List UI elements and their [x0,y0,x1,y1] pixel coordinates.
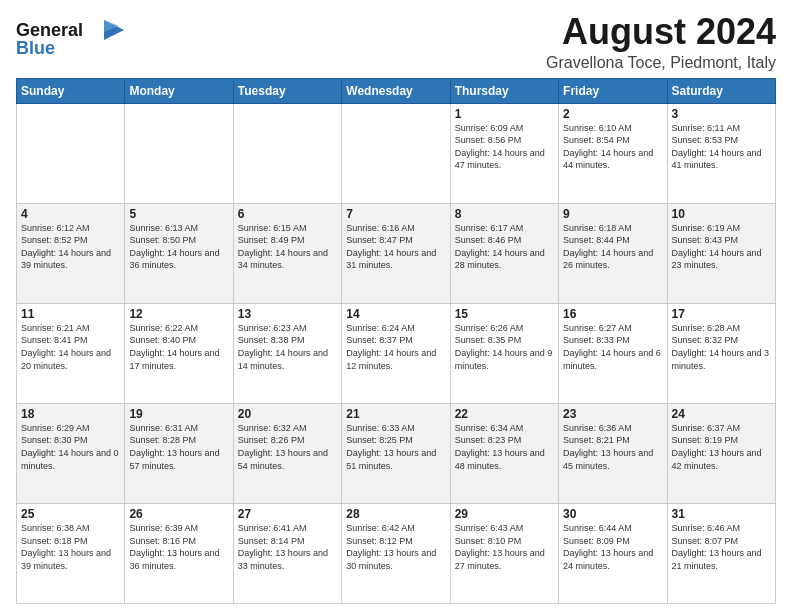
day-number: 30 [563,507,662,521]
calendar-cell: 6Sunrise: 6:15 AM Sunset: 8:49 PM Daylig… [233,203,341,303]
day-number: 29 [455,507,554,521]
calendar-cell: 1Sunrise: 6:09 AM Sunset: 8:56 PM Daylig… [450,103,558,203]
calendar-cell: 24Sunrise: 6:37 AM Sunset: 8:19 PM Dayli… [667,403,775,503]
calendar-cell: 9Sunrise: 6:18 AM Sunset: 8:44 PM Daylig… [559,203,667,303]
calendar-cell: 18Sunrise: 6:29 AM Sunset: 8:30 PM Dayli… [17,403,125,503]
col-sunday: Sunday [17,78,125,103]
calendar-cell: 3Sunrise: 6:11 AM Sunset: 8:53 PM Daylig… [667,103,775,203]
day-number: 31 [672,507,771,521]
col-wednesday: Wednesday [342,78,450,103]
calendar-cell: 28Sunrise: 6:42 AM Sunset: 8:12 PM Dayli… [342,503,450,603]
day-info: Sunrise: 6:32 AM Sunset: 8:26 PM Dayligh… [238,422,337,472]
calendar-cell [125,103,233,203]
day-number: 5 [129,207,228,221]
day-info: Sunrise: 6:38 AM Sunset: 8:18 PM Dayligh… [21,522,120,572]
day-number: 12 [129,307,228,321]
header: General Blue August 2024 Gravellona Toce… [16,12,776,72]
day-number: 27 [238,507,337,521]
day-number: 14 [346,307,445,321]
day-info: Sunrise: 6:34 AM Sunset: 8:23 PM Dayligh… [455,422,554,472]
day-number: 21 [346,407,445,421]
day-number: 19 [129,407,228,421]
day-info: Sunrise: 6:44 AM Sunset: 8:09 PM Dayligh… [563,522,662,572]
calendar-cell: 31Sunrise: 6:46 AM Sunset: 8:07 PM Dayli… [667,503,775,603]
day-number: 15 [455,307,554,321]
day-info: Sunrise: 6:17 AM Sunset: 8:46 PM Dayligh… [455,222,554,272]
calendar-cell: 7Sunrise: 6:16 AM Sunset: 8:47 PM Daylig… [342,203,450,303]
day-info: Sunrise: 6:28 AM Sunset: 8:32 PM Dayligh… [672,322,771,372]
day-number: 1 [455,107,554,121]
calendar-cell [233,103,341,203]
day-number: 25 [21,507,120,521]
day-number: 3 [672,107,771,121]
day-number: 6 [238,207,337,221]
day-info: Sunrise: 6:42 AM Sunset: 8:12 PM Dayligh… [346,522,445,572]
calendar-cell: 19Sunrise: 6:31 AM Sunset: 8:28 PM Dayli… [125,403,233,503]
day-number: 4 [21,207,120,221]
col-saturday: Saturday [667,78,775,103]
day-info: Sunrise: 6:31 AM Sunset: 8:28 PM Dayligh… [129,422,228,472]
day-info: Sunrise: 6:12 AM Sunset: 8:52 PM Dayligh… [21,222,120,272]
day-number: 16 [563,307,662,321]
calendar-table: Sunday Monday Tuesday Wednesday Thursday… [16,78,776,604]
day-info: Sunrise: 6:27 AM Sunset: 8:33 PM Dayligh… [563,322,662,372]
svg-text:General: General [16,20,83,40]
day-number: 17 [672,307,771,321]
day-number: 28 [346,507,445,521]
day-info: Sunrise: 6:13 AM Sunset: 8:50 PM Dayligh… [129,222,228,272]
calendar-cell: 11Sunrise: 6:21 AM Sunset: 8:41 PM Dayli… [17,303,125,403]
day-info: Sunrise: 6:16 AM Sunset: 8:47 PM Dayligh… [346,222,445,272]
logo-text: General Blue [16,16,126,64]
day-number: 8 [455,207,554,221]
day-info: Sunrise: 6:18 AM Sunset: 8:44 PM Dayligh… [563,222,662,272]
subtitle: Gravellona Toce, Piedmont, Italy [546,54,776,72]
day-info: Sunrise: 6:19 AM Sunset: 8:43 PM Dayligh… [672,222,771,272]
calendar-week-row: 25Sunrise: 6:38 AM Sunset: 8:18 PM Dayli… [17,503,776,603]
col-friday: Friday [559,78,667,103]
calendar-cell: 13Sunrise: 6:23 AM Sunset: 8:38 PM Dayli… [233,303,341,403]
calendar-cell: 20Sunrise: 6:32 AM Sunset: 8:26 PM Dayli… [233,403,341,503]
calendar-cell: 16Sunrise: 6:27 AM Sunset: 8:33 PM Dayli… [559,303,667,403]
calendar-cell: 8Sunrise: 6:17 AM Sunset: 8:46 PM Daylig… [450,203,558,303]
day-info: Sunrise: 6:29 AM Sunset: 8:30 PM Dayligh… [21,422,120,472]
day-number: 10 [672,207,771,221]
calendar-cell: 30Sunrise: 6:44 AM Sunset: 8:09 PM Dayli… [559,503,667,603]
day-number: 26 [129,507,228,521]
day-number: 2 [563,107,662,121]
day-info: Sunrise: 6:15 AM Sunset: 8:49 PM Dayligh… [238,222,337,272]
day-info: Sunrise: 6:46 AM Sunset: 8:07 PM Dayligh… [672,522,771,572]
calendar-cell [342,103,450,203]
day-number: 9 [563,207,662,221]
day-info: Sunrise: 6:36 AM Sunset: 8:21 PM Dayligh… [563,422,662,472]
calendar-cell: 26Sunrise: 6:39 AM Sunset: 8:16 PM Dayli… [125,503,233,603]
calendar-cell: 14Sunrise: 6:24 AM Sunset: 8:37 PM Dayli… [342,303,450,403]
page: General Blue August 2024 Gravellona Toce… [0,0,792,612]
day-info: Sunrise: 6:37 AM Sunset: 8:19 PM Dayligh… [672,422,771,472]
day-info: Sunrise: 6:21 AM Sunset: 8:41 PM Dayligh… [21,322,120,372]
day-number: 20 [238,407,337,421]
calendar-week-row: 11Sunrise: 6:21 AM Sunset: 8:41 PM Dayli… [17,303,776,403]
calendar-week-row: 4Sunrise: 6:12 AM Sunset: 8:52 PM Daylig… [17,203,776,303]
day-info: Sunrise: 6:23 AM Sunset: 8:38 PM Dayligh… [238,322,337,372]
day-info: Sunrise: 6:11 AM Sunset: 8:53 PM Dayligh… [672,122,771,172]
calendar-cell: 27Sunrise: 6:41 AM Sunset: 8:14 PM Dayli… [233,503,341,603]
main-title: August 2024 [546,12,776,52]
calendar-header-row: Sunday Monday Tuesday Wednesday Thursday… [17,78,776,103]
calendar-cell: 21Sunrise: 6:33 AM Sunset: 8:25 PM Dayli… [342,403,450,503]
calendar-cell: 29Sunrise: 6:43 AM Sunset: 8:10 PM Dayli… [450,503,558,603]
day-info: Sunrise: 6:41 AM Sunset: 8:14 PM Dayligh… [238,522,337,572]
title-block: August 2024 Gravellona Toce, Piedmont, I… [546,12,776,72]
calendar-cell: 12Sunrise: 6:22 AM Sunset: 8:40 PM Dayli… [125,303,233,403]
day-number: 23 [563,407,662,421]
day-number: 22 [455,407,554,421]
calendar-cell: 15Sunrise: 6:26 AM Sunset: 8:35 PM Dayli… [450,303,558,403]
day-number: 24 [672,407,771,421]
day-info: Sunrise: 6:22 AM Sunset: 8:40 PM Dayligh… [129,322,228,372]
logo: General Blue [16,16,126,64]
day-info: Sunrise: 6:26 AM Sunset: 8:35 PM Dayligh… [455,322,554,372]
col-thursday: Thursday [450,78,558,103]
calendar-cell: 10Sunrise: 6:19 AM Sunset: 8:43 PM Dayli… [667,203,775,303]
day-info: Sunrise: 6:33 AM Sunset: 8:25 PM Dayligh… [346,422,445,472]
calendar-week-row: 1Sunrise: 6:09 AM Sunset: 8:56 PM Daylig… [17,103,776,203]
calendar-cell: 25Sunrise: 6:38 AM Sunset: 8:18 PM Dayli… [17,503,125,603]
